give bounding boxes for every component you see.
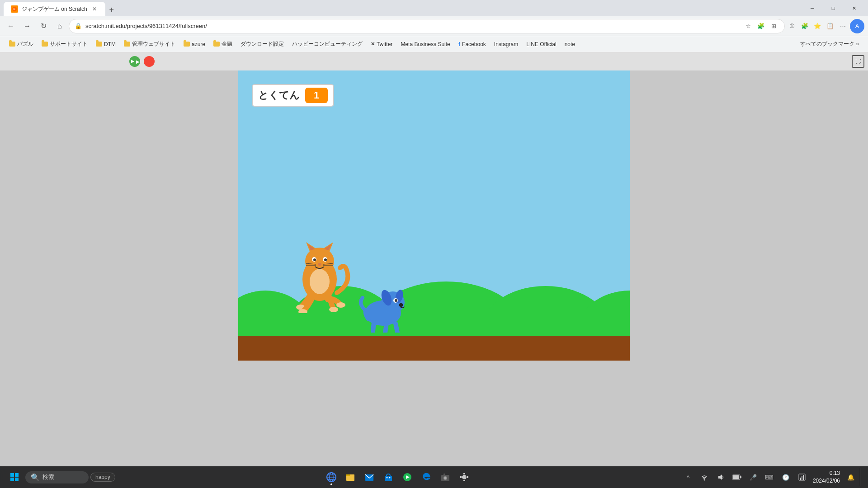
volume-icon[interactable] — [713, 470, 728, 484]
bookmark-support[interactable]: サポートサイト — [38, 38, 91, 50]
taskbar-search-text: 検索 — [42, 473, 54, 481]
home-button[interactable]: ⌂ — [52, 19, 67, 33]
svg-rect-60 — [733, 475, 739, 479]
bookmarks-more-button[interactable]: すべてのブックマーク » — [797, 38, 863, 50]
taskbar-app-edge[interactable] — [417, 468, 435, 486]
bookmark-label: Twitter — [377, 41, 392, 47]
score-label: とくてん — [258, 89, 300, 102]
svg-point-33 — [395, 299, 397, 302]
score-value: 1 — [305, 88, 328, 103]
mic-icon[interactable]: 🎤 — [746, 470, 760, 484]
taskbar-app-explorer[interactable] — [341, 468, 359, 486]
taskbar-badge[interactable]: happy — [90, 473, 115, 482]
bookmark-label: ハッピーコンピューティング — [292, 40, 363, 48]
show-desktop-button[interactable] — [860, 468, 863, 486]
taskbar-app-camera[interactable] — [436, 468, 454, 486]
svg-rect-37 — [10, 478, 14, 481]
bookmark-line[interactable]: LINE Official — [523, 39, 560, 49]
network-icon[interactable] — [795, 470, 809, 484]
bookmark-puzzle[interactable]: パズル — [5, 38, 37, 50]
bookmark-facebook[interactable]: f Facebook — [455, 39, 490, 49]
battery-icon[interactable] — [730, 470, 744, 484]
bookmark-label: Instagram — [494, 41, 518, 47]
folder-icon — [42, 41, 48, 47]
tab-bar: ジャンプゲーム on Scratch ✕ + — [4, 0, 798, 16]
sidebar-icon[interactable]: ⊞ — [768, 21, 779, 32]
game-controls-bar: ⛶ — [0, 52, 868, 70]
bookmark-meta[interactable]: Meta Business Suite — [397, 39, 453, 49]
bookmark-icon-fb: f — [458, 41, 460, 47]
time-display: 0:13 — [813, 469, 840, 477]
svg-marker-58 — [718, 474, 722, 480]
taskbar-search[interactable]: 🔍 検索 — [25, 471, 89, 483]
bookmark-download[interactable]: ダウンロード設定 — [237, 38, 288, 50]
bookmark-label: パズル — [17, 40, 33, 48]
svg-rect-38 — [15, 478, 19, 481]
bookmark-label: DTM — [104, 41, 116, 47]
svg-point-48 — [387, 477, 388, 479]
svg-point-25 — [329, 307, 338, 312]
cat-svg — [288, 234, 351, 313]
notification-bell-icon[interactable]: 🔔 — [844, 470, 858, 484]
folder-icon — [96, 41, 102, 47]
browser-menu-button[interactable]: ⋯ — [837, 21, 848, 32]
svg-point-54 — [444, 477, 447, 479]
browser-tab[interactable]: ジャンプゲーム on Scratch ✕ — [4, 2, 105, 16]
tab-title: ジャンプゲーム on Scratch — [22, 5, 87, 13]
collections-button[interactable]: 📋 — [825, 21, 835, 32]
close-button[interactable]: ✕ — [844, 0, 864, 16]
svg-marker-1 — [131, 60, 134, 63]
folder-icon — [124, 41, 130, 47]
taskbar-app-store[interactable] — [379, 468, 397, 486]
bookmark-happy[interactable]: ハッピーコンピューティング — [288, 38, 366, 50]
bookmark-instagram[interactable]: Instagram — [491, 39, 522, 49]
input-icon[interactable]: ⌨ — [762, 470, 777, 484]
fullscreen-button[interactable]: ⛶ — [852, 55, 864, 68]
svg-point-16 — [313, 258, 316, 261]
svg-point-18 — [318, 263, 321, 266]
taskbar-clock[interactable]: 0:13 2024/02/06 — [811, 469, 842, 485]
svg-rect-36 — [15, 473, 19, 477]
start-button[interactable] — [5, 468, 24, 486]
bookmark-admin[interactable]: 管理ウェブサイト — [120, 38, 179, 50]
tab-close-button[interactable]: ✕ — [91, 5, 98, 13]
svg-rect-55 — [443, 474, 445, 475]
profile-avatar[interactable]: A — [850, 19, 864, 33]
window-controls: ─ □ ✕ — [802, 0, 864, 16]
wifi-icon[interactable] — [697, 470, 712, 484]
clock-icon[interactable]: 🕐 — [778, 470, 793, 484]
stop-button[interactable] — [144, 56, 155, 67]
taskbar-app-browser[interactable] — [322, 468, 340, 486]
bookmark-azure[interactable]: azure — [180, 39, 209, 49]
favorites-button[interactable]: ⭐ — [812, 21, 823, 32]
bookmark-label: 金融 — [222, 40, 232, 48]
taskbar-app-mail[interactable] — [360, 468, 378, 486]
bookmark-finance[interactable]: 金融 — [210, 38, 236, 50]
reload-button[interactable]: ↻ — [36, 19, 51, 33]
minimize-button[interactable]: ─ — [802, 0, 823, 16]
svg-rect-47 — [385, 476, 392, 481]
svg-rect-64 — [802, 476, 802, 480]
bookmark-label: LINE Official — [526, 41, 556, 47]
address-bar[interactable]: 🔒 scratch.mit.edu/projects/961311424/ful… — [69, 19, 785, 33]
address-text: scratch.mit.edu/projects/961311424/fulls… — [85, 23, 739, 29]
bookmark-dtm[interactable]: DTM — [92, 39, 119, 49]
new-tab-button[interactable]: + — [105, 4, 118, 16]
star-icon[interactable]: ☆ — [743, 21, 754, 32]
game-canvas[interactable]: とくてん 1 — [238, 70, 630, 361]
user-profile-button[interactable]: ① — [787, 21, 797, 32]
maximize-button[interactable]: □ — [823, 0, 844, 16]
notification-chevron-icon[interactable]: ^ — [681, 470, 695, 484]
back-button[interactable]: ← — [4, 19, 18, 33]
svg-rect-63 — [800, 478, 801, 480]
bookmark-twitter[interactable]: ✕ Twitter — [367, 39, 396, 49]
bookmark-note[interactable]: note — [561, 39, 579, 49]
title-bar: ジャンプゲーム on Scratch ✕ + ─ □ ✕ — [0, 0, 868, 16]
extensions-button[interactable]: 🧩 — [799, 21, 810, 32]
taskbar-app-settings[interactable] — [455, 468, 473, 486]
forward-button[interactable]: → — [20, 19, 34, 33]
bookmark-label: Meta Business Suite — [401, 41, 450, 47]
extension-icon[interactable]: 🧩 — [755, 21, 766, 32]
taskbar-app-music[interactable] — [398, 468, 416, 486]
green-flag-button[interactable] — [129, 56, 140, 67]
